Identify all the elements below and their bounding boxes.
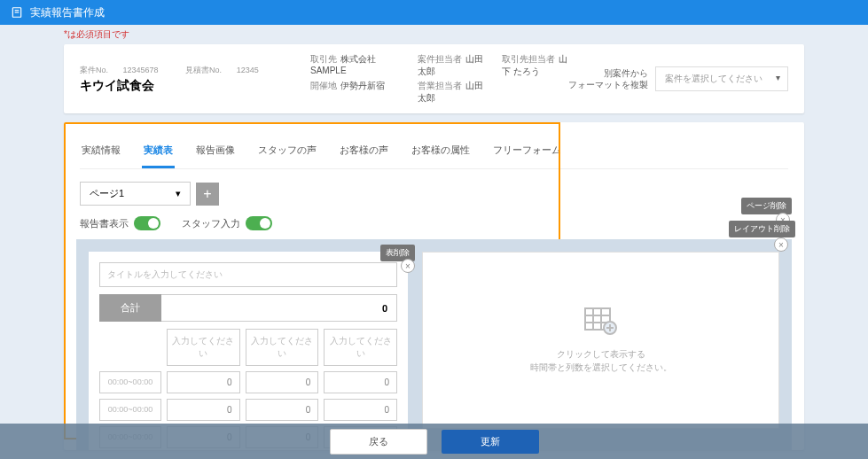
value-cell[interactable]: 0 bbox=[167, 399, 240, 421]
table-add-icon bbox=[583, 307, 619, 340]
staff-input-toggle[interactable] bbox=[246, 216, 272, 230]
back-button[interactable]: 戻る bbox=[330, 429, 427, 455]
layout-delete-button[interactable]: × bbox=[774, 237, 788, 252]
tab-4[interactable]: お客様の声 bbox=[338, 138, 390, 168]
tab-1[interactable]: 実績表 bbox=[142, 138, 175, 168]
add-table-placeholder[interactable]: クリックして表示する 時間帯と列数を選択してください。 bbox=[422, 252, 779, 429]
value-cell[interactable]: 0 bbox=[246, 371, 319, 393]
content-card: 実績情報実績表報告画像スタッフの声お客様の声お客様の属性フリーフォーム ページ1… bbox=[64, 122, 804, 450]
tab-6[interactable]: フリーフォーム bbox=[491, 138, 563, 168]
column-header-input[interactable]: 入力してください bbox=[167, 329, 240, 366]
total-label: 合計 bbox=[99, 294, 161, 322]
tab-5[interactable]: お客様の属性 bbox=[410, 138, 472, 168]
report-display-label: 報告書表示 bbox=[80, 217, 129, 230]
topbar-title: 実績報告書作成 bbox=[30, 5, 105, 20]
footer-bar: 戻る 更新 bbox=[0, 424, 868, 459]
app-topbar: 実績報告書作成 bbox=[0, 0, 868, 25]
tab-2[interactable]: 報告画像 bbox=[194, 138, 237, 168]
value-cell[interactable]: 0 bbox=[246, 399, 319, 421]
value-cell[interactable]: 0 bbox=[324, 371, 397, 393]
placeholder-text: クリックして表示する 時間帯と列数を選択してください。 bbox=[530, 347, 672, 374]
column-header-input[interactable]: 入力してください bbox=[324, 329, 397, 366]
required-note: *は必須項目です bbox=[0, 25, 868, 44]
add-page-button[interactable]: + bbox=[196, 183, 219, 206]
tab-0[interactable]: 実績情報 bbox=[80, 138, 122, 168]
page-select[interactable]: ページ1 ▾ bbox=[80, 182, 191, 206]
layout-delete-badge: レイアウト削除 bbox=[729, 221, 795, 237]
tab-bar: 実績情報実績表報告画像スタッフの声お客様の声お客様の属性フリーフォーム bbox=[80, 138, 788, 169]
table-title-input[interactable]: タイトルを入力してください bbox=[99, 262, 397, 287]
value-cell[interactable]: 0 bbox=[167, 371, 240, 393]
time-range-input[interactable]: 00:00~00:00 bbox=[99, 371, 161, 393]
submit-button[interactable]: 更新 bbox=[442, 430, 539, 454]
report-icon bbox=[11, 6, 23, 19]
tab-3[interactable]: スタッフの声 bbox=[256, 138, 318, 168]
report-display-toggle[interactable] bbox=[134, 216, 160, 230]
copy-format-label: 別案件からフォーマットを複製 bbox=[568, 67, 648, 90]
time-range-input[interactable]: 00:00~00:00 bbox=[99, 399, 161, 421]
case-title: キウイ試食会 bbox=[80, 78, 310, 94]
total-value: 0 bbox=[161, 294, 397, 322]
chevron-down-icon: ▾ bbox=[176, 188, 181, 199]
case-header: 案件No. 12345678 見積書No. 12345 キウイ試食会 取引先株式… bbox=[64, 44, 804, 113]
value-cell[interactable]: 0 bbox=[324, 399, 397, 421]
staff-input-label: スタッフ入力 bbox=[182, 217, 240, 230]
table-delete-button[interactable]: × bbox=[401, 259, 415, 273]
table-panel: 表削除 × タイトルを入力してください 合計 0 入力してください入力してくださ… bbox=[89, 252, 408, 450]
column-header-input[interactable]: 入力してください bbox=[246, 329, 319, 366]
copy-case-select[interactable]: 案件を選択してください bbox=[655, 66, 788, 91]
